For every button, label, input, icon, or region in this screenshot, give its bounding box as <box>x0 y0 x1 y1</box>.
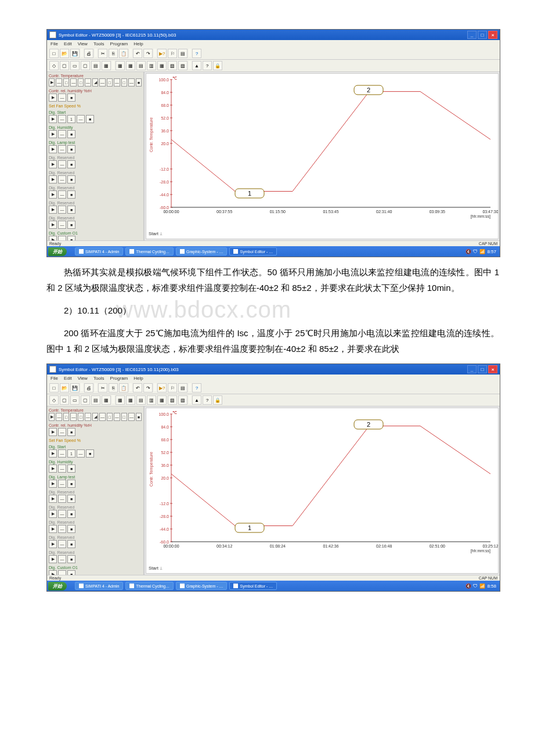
report-icon[interactable]: ▤ <box>178 383 187 393</box>
grid-icon[interactable]: ▦ <box>157 61 167 70</box>
shape-icon[interactable]: ▢ <box>60 395 69 405</box>
sidebar-control-button[interactable]: ■ <box>67 221 75 229</box>
sidebar-control-button[interactable]: 1 <box>67 115 75 123</box>
grid-icon[interactable]: ▥ <box>147 61 156 70</box>
sidebar-control-button[interactable]: — <box>70 78 76 87</box>
sidebar-control-button[interactable]: ▶ <box>49 221 57 229</box>
tool-icon[interactable]: ▲ <box>192 61 201 70</box>
sidebar-control-button[interactable]: ▶ <box>49 78 55 87</box>
sidebar-control-button[interactable]: — <box>58 160 66 168</box>
sidebar-control-button[interactable]: ▶ <box>49 555 57 563</box>
tool-icon[interactable]: ? <box>203 395 212 405</box>
sidebar-control-button[interactable]: — <box>58 465 66 473</box>
flag-icon[interactable]: ⚐ <box>168 49 177 58</box>
help-icon[interactable]: ? <box>192 49 201 58</box>
copy-icon[interactable]: ⎘ <box>109 383 118 393</box>
lock-icon[interactable]: 🔒 <box>213 395 222 405</box>
grid-icon[interactable]: ▧ <box>168 395 177 405</box>
sidebar-control-button[interactable]: — <box>56 78 62 87</box>
menu-tools[interactable]: Tools <box>93 376 104 381</box>
task-item[interactable]: Symbol Editor - … <box>229 582 277 590</box>
menu-help[interactable]: Help <box>134 376 143 381</box>
sidebar-control-button[interactable]: ■ <box>67 206 75 214</box>
minimize-button[interactable]: _ <box>467 365 477 373</box>
sidebar-control-button[interactable]: — <box>70 413 76 421</box>
sidebar-control-button[interactable]: ▶ <box>49 428 57 436</box>
grid-icon[interactable]: ▨ <box>178 395 187 405</box>
shape-icon[interactable]: ▦ <box>102 395 111 405</box>
sidebar-control-button[interactable]: — <box>58 115 66 123</box>
new-icon[interactable]: □ <box>49 383 59 393</box>
grid-icon[interactable]: ▨ <box>178 61 187 70</box>
undo-icon[interactable]: ↶ <box>133 383 142 393</box>
sidebar-control-button[interactable]: ▶ <box>49 175 57 183</box>
tray-icon[interactable]: 📶 <box>479 249 485 254</box>
sidebar-control-button[interactable]: ▶ <box>49 570 57 575</box>
grid-icon[interactable]: ▦ <box>126 395 135 405</box>
tool-icon[interactable]: ? <box>203 61 212 70</box>
shape-icon[interactable]: ▢ <box>81 61 90 70</box>
task-item[interactable]: SIMPATI 4 - Admin <box>75 582 123 590</box>
sidebar-control-button[interactable]: ▶ <box>49 540 57 548</box>
sidebar-control-button[interactable]: ▶ <box>49 525 57 533</box>
tray-icon[interactable]: 🛡 <box>473 249 478 254</box>
sidebar-control-button[interactable]: — <box>128 413 134 421</box>
sidebar-control-button[interactable]: ▶ <box>49 130 57 138</box>
paste-icon[interactable]: 📋 <box>119 383 128 393</box>
close-button[interactable]: × <box>488 365 497 373</box>
menu-file[interactable]: File <box>50 376 58 381</box>
sidebar-control-button[interactable]: □ <box>78 78 84 87</box>
sidebar-control-button[interactable]: ■ <box>67 175 75 183</box>
menu-file[interactable]: File <box>50 41 58 46</box>
grid-icon[interactable]: ▤ <box>136 61 146 70</box>
sidebar-control-button[interactable]: ■ <box>67 540 75 548</box>
sidebar-control-button[interactable]: ■ <box>67 93 75 102</box>
minimize-button[interactable]: _ <box>467 31 477 39</box>
shape-icon[interactable]: ▭ <box>70 395 80 405</box>
menu-view[interactable]: View <box>78 41 88 46</box>
sidebar-control-button[interactable]: □ <box>107 413 113 421</box>
start-button[interactable]: 开始 <box>48 582 67 591</box>
run-icon[interactable]: ▶? <box>157 49 167 58</box>
menu-tools[interactable]: Tools <box>93 41 104 46</box>
start-button[interactable]: 开始 <box>48 247 67 256</box>
tray-icon[interactable]: 🔇 <box>466 249 471 254</box>
sidebar-control-button[interactable]: ▶ <box>49 145 57 153</box>
shape-icon[interactable]: ▢ <box>81 395 90 405</box>
sidebar-control-button[interactable]: — <box>58 495 66 503</box>
grid-icon[interactable]: ▧ <box>168 61 177 70</box>
sidebar-control-button[interactable]: — <box>58 428 66 436</box>
open-icon[interactable]: 📂 <box>60 383 69 393</box>
open-icon[interactable]: 📂 <box>60 49 69 58</box>
sidebar-control-button[interactable]: ■ <box>67 570 75 575</box>
print-icon[interactable]: 🖨 <box>84 383 93 393</box>
grid-icon[interactable]: ▦ <box>126 61 135 70</box>
menu-view[interactable]: View <box>78 376 88 381</box>
grid-icon[interactable]: ▦ <box>116 61 125 70</box>
task-item[interactable]: Thermal Cycling… <box>125 247 174 255</box>
sidebar-control-button[interactable]: ■ <box>67 130 75 138</box>
sidebar-control-button[interactable]: ■ <box>67 495 75 503</box>
sidebar-control-button[interactable]: ■ <box>67 160 75 168</box>
sidebar-control-button[interactable]: — <box>58 145 66 153</box>
sidebar-control-button[interactable]: □ <box>63 78 69 87</box>
close-button[interactable]: × <box>488 31 497 39</box>
shape-icon[interactable]: ▤ <box>91 395 100 405</box>
sidebar-control-button[interactable]: — <box>58 449 66 458</box>
sidebar-control-button[interactable]: ▶ <box>49 160 57 168</box>
sidebar-control-button[interactable]: ◢ <box>92 78 98 87</box>
sidebar-control-button[interactable]: ▶ <box>49 206 57 214</box>
sidebar-control-button[interactable]: — <box>77 449 85 458</box>
new-icon[interactable]: □ <box>49 49 59 58</box>
sidebar-control-button[interactable]: ▶ <box>49 236 57 240</box>
task-item[interactable]: Graphic-System - … <box>176 582 227 590</box>
sidebar-control-button[interactable]: ■ <box>86 115 94 123</box>
grid-icon[interactable]: ▦ <box>157 395 167 405</box>
sidebar-control-button[interactable]: ■ <box>67 465 75 473</box>
sidebar-control-button[interactable]: — <box>58 570 66 575</box>
sidebar-control-button[interactable]: — <box>58 510 66 518</box>
task-item[interactable]: Symbol Editor - … <box>229 247 277 255</box>
shape-icon[interactable]: ◇ <box>49 61 59 70</box>
cut-icon[interactable]: ✂ <box>98 383 107 393</box>
sidebar-control-button[interactable]: ▶ <box>49 465 57 473</box>
